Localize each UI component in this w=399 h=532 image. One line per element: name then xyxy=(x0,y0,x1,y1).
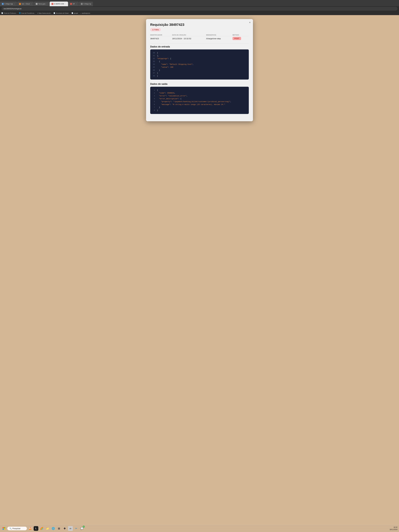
bookmark-icon: 📄 xyxy=(53,12,55,14)
output-code-block[interactable]: 1 { 2 "code": 3500034, 3 "error": "valid… xyxy=(150,87,249,114)
tab-label: Eff xyxy=(73,3,75,5)
taskbar-color-icon[interactable]: 🌈 xyxy=(39,526,44,531)
col-header-date: Data de criação xyxy=(172,34,206,36)
tab-icon-nova xyxy=(36,3,38,5)
tab-label: Nova guia xyxy=(38,3,45,5)
tab-icon-gmaps: G xyxy=(2,3,4,5)
code-line-31: 31 ], xyxy=(152,54,247,57)
tab-label: test - Cloud xyxy=(22,3,30,5)
code-line-35: 35 "value": 100 xyxy=(152,66,247,69)
taskbar-db-icon[interactable]: 🗃 xyxy=(68,526,73,531)
svg-rect-2 xyxy=(3,529,4,530)
code-line-37: 37 ] xyxy=(152,72,247,75)
bookmark-icon: ≡ xyxy=(37,13,38,14)
page-content: × Requisição 38497423 ⚠ Falha Identifica… xyxy=(0,15,399,525)
tab-label: G MAPS CON xyxy=(54,3,64,5)
out-line-4: 4 "error_description": { xyxy=(152,97,247,100)
tab-label: G Maps Ap xyxy=(83,3,91,5)
cell-method: POST xyxy=(233,36,249,41)
input-code-block[interactable]: 30 } 31 ], 32 "shippings": [ 33 { 34 xyxy=(150,49,249,80)
code-line-36: 36 } xyxy=(152,69,247,72)
taskbar-right: 18:32 18/11/2024 xyxy=(390,526,397,531)
modal-close-button[interactable]: × xyxy=(249,21,251,24)
taskbar-edge-icon[interactable]: 🌐 xyxy=(51,526,56,531)
bookmark-icon: 🌐 xyxy=(19,12,21,14)
svg-rect-0 xyxy=(3,527,4,528)
tab-bar: G G Maps App × 🔥 test - Cloud × Nova gui… xyxy=(0,0,399,6)
bookmarks-bar: 📄 Portal do Professor... 🌐 Guia da Previ… xyxy=(0,11,399,15)
taskbar-pancake-icon[interactable]: 🍰 xyxy=(28,526,33,531)
out-line-1: 1 { xyxy=(152,89,247,92)
bookmark-google[interactable]: 📄 google xyxy=(71,12,78,14)
out-line-6: 6 "message": "A string é muito longa (15… xyxy=(152,103,247,106)
col-header-id: Identificador xyxy=(150,34,172,36)
taskbar-ms-icon[interactable]: ⊞ xyxy=(57,526,61,531)
cell-date: 18/11/2024 - 15:32:52 xyxy=(172,36,206,41)
warning-icon: ⚠ xyxy=(152,29,154,31)
out-line-5: 5 "property": "/payment/banking_billet/c… xyxy=(152,100,247,103)
code-line-33: 33 { xyxy=(152,60,247,63)
tab-eff[interactable]: 🚀 Eff × xyxy=(68,2,79,6)
tab-gmaps-con[interactable]: M G MAPS CON × xyxy=(50,2,68,6)
tab-test-cloud[interactable]: 🔥 test - Cloud × xyxy=(17,2,34,6)
tab-icon-gmaps-con: M xyxy=(51,3,53,5)
code-line-32: 32 "shippings": [ xyxy=(152,57,247,60)
info-table: Identificador Data de criação Webservice… xyxy=(150,34,249,41)
address-bar-row: oes/289352/homologacao xyxy=(0,6,399,11)
svg-rect-3 xyxy=(4,529,5,530)
code-line-34: 34 "name": "Default Shipping Cost", xyxy=(152,63,247,66)
tab-icon-cloud: 🔥 xyxy=(19,3,21,5)
tab-close-gmaps[interactable]: × xyxy=(14,3,15,5)
svg-rect-1 xyxy=(4,527,5,528)
search-icon: 🔍 xyxy=(9,527,12,530)
taskbar-folder-icon[interactable]: 📁 xyxy=(45,526,50,531)
out-line-7: 7 } xyxy=(152,106,247,109)
bookmark-previdencia[interactable]: 🌐 Guia da Previdência... xyxy=(19,12,35,14)
system-clock: 18:32 18/11/2024 xyxy=(390,526,397,531)
taskbar-l-icon[interactable]: L xyxy=(34,526,38,531)
out-line-8: 8 } xyxy=(152,109,247,112)
modal-dialog: × Requisição 38497423 ⚠ Falha Identifica… xyxy=(146,19,253,121)
status-badge: ⚠ Falha xyxy=(150,28,161,31)
tab-nova-guia[interactable]: Nova guia × xyxy=(34,2,49,6)
notification-badge: 11 xyxy=(83,526,85,528)
col-header-webservice: Webservice xyxy=(206,34,233,36)
tab-close-gmaps-con[interactable]: × xyxy=(65,3,66,5)
taskbar: 🔍 Pesquisar 🍰 L 🌈 📁 🌐 ⊞ ❖ 🗃 ✂ 💬 11 18:32… xyxy=(0,525,399,532)
tab-gmaps-app[interactable]: G G Maps App × xyxy=(0,2,17,6)
bookmark-icon: 📄 xyxy=(1,12,3,14)
tab-icon-ap2 xyxy=(81,3,83,5)
code-line-38: 38 } xyxy=(152,75,247,77)
cell-id: 38497423 xyxy=(150,36,172,41)
cell-webservice: /charge/one-step xyxy=(206,36,233,41)
tab-close-eff[interactable]: × xyxy=(76,3,77,5)
taskbar-dropbox-icon[interactable]: ❖ xyxy=(62,526,67,531)
search-placeholder: Pesquisar xyxy=(13,527,20,530)
tab-close-nova[interactable]: × xyxy=(46,3,47,5)
windows-start-button[interactable] xyxy=(2,526,6,531)
tab-close-cloud[interactable]: × xyxy=(31,3,32,5)
tab-gmaps-ap2[interactable]: G Maps Ap xyxy=(79,2,93,6)
input-section-title: Dados de entrada xyxy=(150,45,249,48)
method-badge: POST xyxy=(233,37,241,40)
taskbar-chat-icon[interactable]: 💬 11 xyxy=(80,526,84,531)
tab-label: G Maps App xyxy=(4,3,13,5)
code-line-30: 30 } xyxy=(152,51,247,54)
taskbar-search-box[interactable]: 🔍 Pesquisar xyxy=(7,527,27,530)
out-line-3: 3 "error": "validation_error", xyxy=(152,95,247,97)
out-line-2: 2 "code": 3500034, xyxy=(152,92,247,95)
bookmark-secretaria[interactable]: 📄 Secretaria de Estad... xyxy=(53,12,70,14)
bookmark-qualiseg[interactable]: — qualisegcons xyxy=(80,13,90,14)
status-label: Falha xyxy=(154,29,159,31)
url-text: oes/289352/homologacao xyxy=(4,8,21,10)
bookmark-icon: 📄 xyxy=(71,12,73,14)
tab-icon-eff: 🚀 xyxy=(70,3,72,5)
browser-chrome: G G Maps App × 🔥 test - Cloud × Nova gui… xyxy=(0,0,399,15)
bookmark-portal[interactable]: 📄 Portal do Professor... xyxy=(1,12,17,14)
col-header-method: Método xyxy=(233,34,249,36)
address-bar[interactable]: oes/289352/homologacao xyxy=(2,7,397,10)
output-section-title: Dados de saída xyxy=(150,83,249,85)
bookmark-securit[interactable]: ≡ https://www.securit... xyxy=(37,13,52,14)
modal-title: Requisição 38497423 xyxy=(150,23,249,27)
taskbar-vscode-icon[interactable]: ✂ xyxy=(74,526,78,531)
